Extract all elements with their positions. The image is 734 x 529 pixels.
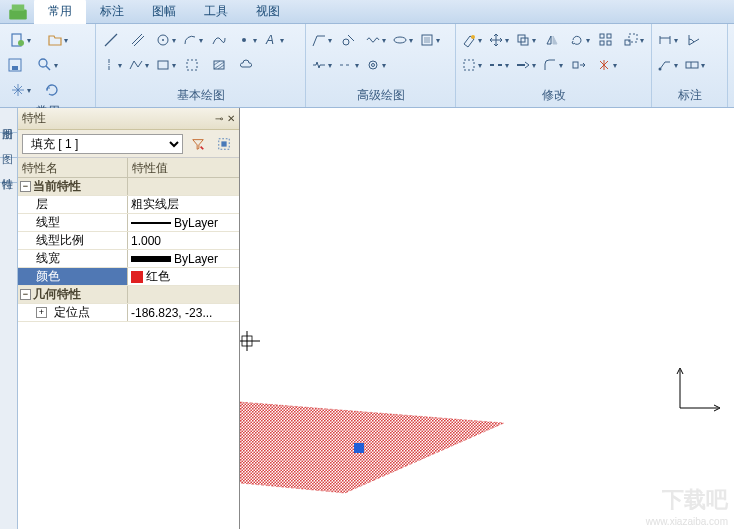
rotate-icon[interactable]: ▾ [568, 29, 590, 51]
expand-icon[interactable]: + [36, 307, 47, 318]
select-all-icon[interactable] [213, 133, 235, 155]
prop-ltscale[interactable]: 线型比例 1.000 [18, 232, 239, 250]
svg-rect-61 [354, 443, 364, 453]
rectangle-icon[interactable]: ▾ [154, 54, 176, 76]
open-file-icon[interactable]: ▾ [41, 29, 73, 51]
panel-title-text: 特性 [22, 110, 46, 127]
color-swatch [131, 271, 143, 283]
construction-line-icon[interactable]: ▾ [337, 54, 359, 76]
svg-rect-16 [158, 61, 168, 69]
arc-icon[interactable]: ▾ [181, 29, 203, 51]
new-file-icon[interactable]: ▾ [4, 29, 36, 51]
ellipse-icon[interactable]: ▾ [391, 29, 413, 51]
filter-icon[interactable] [187, 133, 209, 155]
svg-rect-5 [12, 66, 18, 70]
move-icon[interactable]: ▾ [487, 29, 509, 51]
svg-rect-35 [600, 41, 604, 45]
save-icon[interactable] [4, 54, 26, 76]
svg-line-19 [214, 61, 220, 65]
zoom-icon[interactable]: ▾ [31, 54, 63, 76]
gear-icon[interactable]: ▾ [364, 54, 386, 76]
pin-icon[interactable]: ⊸ [215, 113, 223, 124]
svg-rect-0 [9, 9, 27, 19]
svg-rect-50 [686, 62, 698, 68]
array-icon[interactable] [595, 29, 617, 51]
close-icon[interactable]: ✕ [227, 113, 235, 124]
centerline-icon[interactable]: ▾ [100, 54, 122, 76]
svg-point-29 [371, 64, 374, 67]
main-tabs: 常用 标注 图幅 工具 视图 [0, 0, 734, 24]
spline-icon[interactable] [208, 29, 230, 51]
prop-linetype[interactable]: 线型 ByLayer [18, 214, 239, 232]
fillet-icon[interactable]: ▾ [541, 54, 563, 76]
svg-point-12 [162, 39, 164, 41]
parallel-line-icon[interactable] [127, 29, 149, 51]
ribbon-group-adv-draw: ▾ ▾ ▾ ▾ ▾ ▾ ▾ 高级绘图 [306, 24, 456, 107]
prop-layer[interactable]: 层 粗实线层 [18, 196, 239, 214]
dock-tab-album[interactable]: 图册 [0, 108, 17, 133]
angular-dim-icon[interactable] [683, 29, 705, 51]
linetype-swatch [131, 222, 171, 224]
group-current[interactable]: −当前特性 [18, 178, 239, 196]
tab-frame[interactable]: 图幅 [138, 0, 190, 24]
hatch-icon[interactable] [208, 54, 230, 76]
extend-icon[interactable]: ▾ [514, 54, 536, 76]
erase-icon[interactable]: ▾ [460, 29, 482, 51]
explode-icon[interactable]: ▾ [595, 54, 617, 76]
stretch-icon[interactable] [568, 54, 590, 76]
svg-rect-54 [221, 141, 226, 146]
properties-header: 特性名 特性值 [18, 158, 239, 178]
leader-icon[interactable]: ▾ [656, 54, 678, 76]
mirror-icon[interactable] [541, 29, 563, 51]
break-icon[interactable]: ▾ [310, 54, 332, 76]
linear-dim-icon[interactable]: ▾ [656, 29, 678, 51]
cloud-icon[interactable] [235, 54, 257, 76]
pan-icon[interactable]: ▾ [4, 79, 36, 101]
tolerance-icon[interactable]: ▾ [683, 54, 705, 76]
svg-rect-34 [607, 34, 611, 38]
refresh-icon[interactable] [41, 79, 63, 101]
ribbon-group-label: 标注 [656, 85, 723, 106]
prop-color[interactable]: 颜色 红色 [18, 268, 239, 286]
chamfer-line-icon[interactable]: ▾ [310, 29, 332, 51]
ribbon-group-modify: ▾ ▾ ▾ ▾ ▾ ▾ ▾ ▾ ▾ ▾ 修改 [456, 24, 652, 107]
properties-toolbar: 填充 [ 1 ] [18, 130, 239, 158]
left-dock: 图册 图 特性 [0, 108, 18, 529]
collapse-icon[interactable]: − [20, 181, 31, 192]
block-icon[interactable]: ▾ [418, 29, 440, 51]
tab-common[interactable]: 常用 [34, 0, 86, 24]
watermark-text: www.xiazaiba.com [646, 516, 728, 527]
group-geometry[interactable]: −几何特性 [18, 286, 239, 304]
trim-icon[interactable]: ▾ [487, 54, 509, 76]
tab-view[interactable]: 视图 [242, 0, 294, 24]
tab-annotate[interactable]: 标注 [86, 0, 138, 24]
svg-rect-33 [600, 34, 604, 38]
svg-line-52 [201, 146, 204, 149]
copy-icon[interactable]: ▾ [514, 29, 536, 51]
dock-tab-properties[interactable]: 特性 [0, 158, 17, 183]
ribbon: ▾ ▾ ▾ ▾ 常用 ▾ ▾ ▾ A▾ ▾ ▾ ▾ 基本绘图 [0, 24, 734, 108]
prop-lineweight[interactable]: 线宽 ByLayer [18, 250, 239, 268]
collapse-icon[interactable]: − [20, 289, 31, 300]
offset-icon[interactable]: ▾ [460, 54, 482, 76]
wave-icon[interactable]: ▾ [364, 29, 386, 51]
drawing-canvas[interactable]: 下载吧 www.xiazaiba.com [240, 108, 734, 529]
svg-line-7 [46, 66, 50, 70]
svg-rect-17 [187, 60, 197, 70]
prop-anchor[interactable]: + 定位点 -186.823, -23... [18, 304, 239, 322]
svg-point-24 [394, 37, 406, 43]
scale-icon[interactable]: ▾ [622, 29, 644, 51]
selection-dropdown[interactable]: 填充 [ 1 ] [22, 134, 183, 154]
circle-center-icon[interactable]: ▾ [154, 29, 176, 51]
point-icon[interactable]: ▾ [235, 29, 257, 51]
tab-tools[interactable]: 工具 [190, 0, 242, 24]
tangent-line-icon[interactable] [337, 29, 359, 51]
polyline-icon[interactable]: ▾ [127, 54, 149, 76]
dock-tab-drawing[interactable]: 图 [0, 133, 17, 158]
line-icon[interactable] [100, 29, 122, 51]
properties-tree: −当前特性 层 粗实线层 线型 ByLayer 线型比例 1.000 线宽 By… [18, 178, 239, 529]
polygon-icon[interactable] [181, 54, 203, 76]
text-icon[interactable]: A▾ [262, 29, 284, 51]
ribbon-group-common: ▾ ▾ ▾ ▾ 常用 [0, 24, 96, 107]
svg-point-30 [471, 35, 475, 39]
